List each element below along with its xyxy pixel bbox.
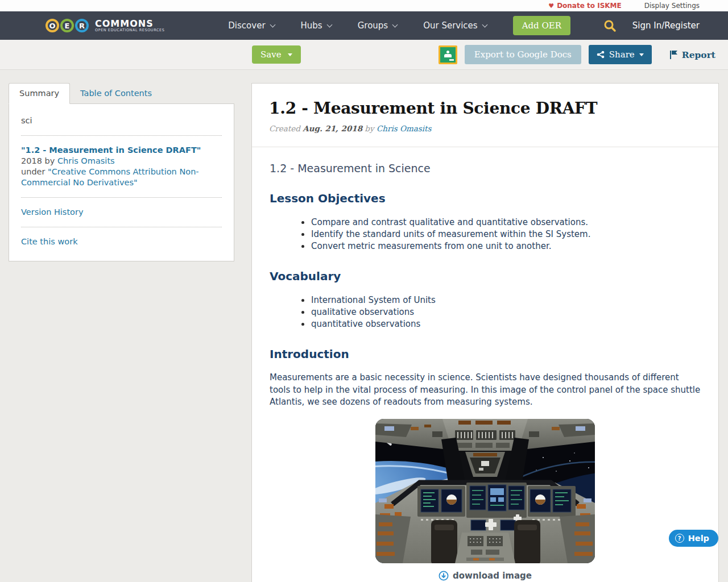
chevron-down-icon xyxy=(326,22,332,27)
cite-this-work-link[interactable]: Cite this work xyxy=(21,237,78,246)
introduction-heading: Introduction xyxy=(270,347,701,361)
add-oer-button[interactable]: Add OER xyxy=(513,16,570,35)
dotted-divider xyxy=(21,197,222,198)
flag-icon xyxy=(669,50,678,59)
signin-register-link[interactable]: Sign In/Register xyxy=(632,20,700,31)
subject-label: sci xyxy=(21,115,222,126)
nav-item-discover[interactable]: Discover xyxy=(228,20,274,31)
page-title: 1.2 - Measurement in Science DRAFT xyxy=(269,99,701,118)
list-item: Identify the standard units of measureme… xyxy=(311,228,701,240)
logo-text: COMMONS OPEN EDUCATIONAL RESOURCES xyxy=(95,19,164,32)
report-button[interactable]: Report xyxy=(666,49,719,61)
tab-table-of-contents[interactable]: Table of Contents xyxy=(70,84,162,104)
share-button[interactable]: Share xyxy=(589,45,652,64)
help-button[interactable]: ? Help xyxy=(669,530,718,547)
summary-panel: sci "1.2 - Measurement in Science DRAFT"… xyxy=(9,103,234,261)
citation-under: under xyxy=(21,167,48,176)
created-date: Aug. 21, 2018 xyxy=(303,124,362,133)
logo-ring-o: O xyxy=(46,19,59,32)
download-icon xyxy=(439,571,449,581)
export-google-docs-button[interactable]: Export to Google Docs xyxy=(465,45,581,64)
list-item: qualitative observations xyxy=(311,306,701,318)
citation-title-link[interactable]: "1.2 - Measurement in Science DRAFT" xyxy=(21,146,201,155)
search-icon xyxy=(603,19,617,32)
list-item: International System of Units xyxy=(311,294,701,306)
sidebar-tabs: Summary Table of Contents xyxy=(9,83,234,104)
logo-ring-r: R xyxy=(75,19,89,32)
donate-link[interactable]: ♥ Donate to ISKME xyxy=(548,2,621,10)
nav-item-hubs[interactable]: Hubs xyxy=(301,20,332,31)
lesson-subtitle: 1.2 - Measurement in Science xyxy=(270,162,701,174)
sidebar: Summary Table of Contents sci "1.2 - Mea… xyxy=(9,83,234,261)
chevron-down-icon xyxy=(392,22,398,27)
citation-block: "1.2 - Measurement in Science DRAFT" 201… xyxy=(21,145,222,188)
share-icon xyxy=(597,51,605,59)
search-button[interactable] xyxy=(603,19,617,32)
shuttle-cockpit-image xyxy=(375,419,595,563)
google-classroom-button[interactable] xyxy=(439,45,457,64)
vocabulary-heading: Vocabulary xyxy=(270,269,701,283)
donate-label: Donate to ISKME xyxy=(557,2,622,10)
google-classroom-icon xyxy=(440,47,456,63)
list-item: Compare and contrast qualitative and qua… xyxy=(311,217,701,228)
nav-menu: Discover Hubs Groups Our Services xyxy=(228,20,486,31)
lesson-objectives-heading: Lesson Objectives xyxy=(270,192,701,205)
introduction-paragraph: Measurements are a basic necessity in sc… xyxy=(270,372,701,409)
toolbar-right-group: Export to Google Docs Share Report xyxy=(439,45,719,64)
author-link[interactable]: Chris Omasits xyxy=(377,124,432,133)
download-image-link[interactable]: download image xyxy=(270,571,701,581)
page-layout: Summary Table of Contents sci "1.2 - Mea… xyxy=(0,70,728,582)
save-button[interactable]: Save xyxy=(252,45,301,64)
citation-license-link[interactable]: "Creative Commons Attribution Non-Commer… xyxy=(21,167,199,187)
lesson-content: 1.2 - Measurement in Science Lesson Obje… xyxy=(252,147,718,582)
display-settings-link[interactable]: Display Settings xyxy=(644,2,700,10)
dotted-divider xyxy=(21,227,222,227)
version-history-link[interactable]: Version History xyxy=(21,207,84,217)
chevron-down-icon xyxy=(482,22,487,27)
caret-down-icon xyxy=(288,53,292,56)
citation-year: 2018 by xyxy=(21,156,57,165)
logo-ring-e: E xyxy=(60,19,74,32)
nav-item-our-services[interactable]: Our Services xyxy=(423,20,487,31)
heart-icon: ♥ xyxy=(548,3,554,9)
oer-commons-logo[interactable]: O E R COMMONS OPEN EDUCATIONAL RESOURCES xyxy=(46,19,164,32)
nav-item-groups[interactable]: Groups xyxy=(358,20,397,31)
chevron-down-icon xyxy=(270,22,275,27)
tab-summary[interactable]: Summary xyxy=(9,83,70,104)
title-block: 1.2 - Measurement in Science DRAFT Creat… xyxy=(252,84,718,147)
vocabulary-list: International System of Units qualitativ… xyxy=(270,294,701,330)
lesson-objectives-list: Compare and contrast qualitative and qua… xyxy=(270,217,701,252)
utility-bar: ♥ Donate to ISKME Display Settings xyxy=(0,0,728,11)
citation-author-link[interactable]: Chris Omasits xyxy=(57,156,115,165)
created-line: Created Aug. 21, 2018 by Chris Omasits xyxy=(269,124,701,133)
caret-down-icon xyxy=(639,53,644,56)
main-navbar: O E R COMMONS OPEN EDUCATIONAL RESOURCES… xyxy=(0,11,728,40)
resource-toolbar: Save Export to Google Docs Share xyxy=(0,40,728,70)
list-item: Convert metric measurements from one uni… xyxy=(311,240,701,252)
resource-card: 1.2 - Measurement in Science DRAFT Creat… xyxy=(251,83,719,582)
question-mark-icon: ? xyxy=(675,534,684,543)
list-item: quantitative observations xyxy=(311,318,701,330)
dotted-divider xyxy=(21,135,222,136)
